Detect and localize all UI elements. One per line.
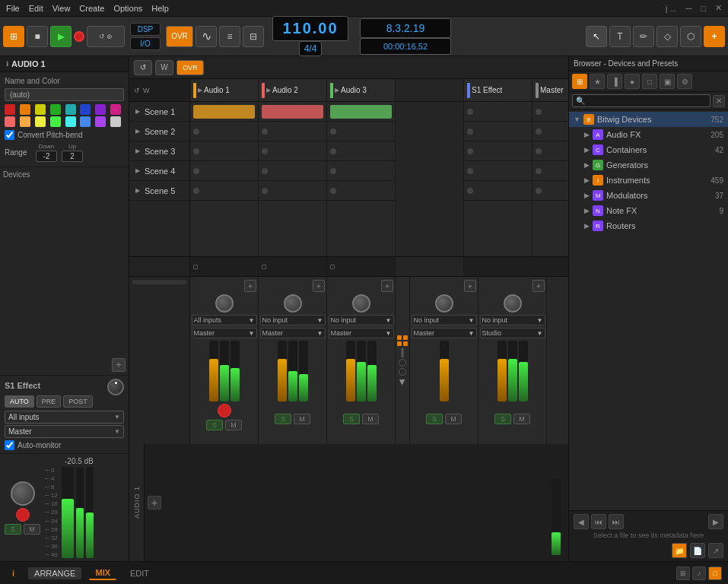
solo-btn-s1[interactable]: S: [426, 414, 443, 424]
solo-btn-audio1[interactable]: S: [206, 420, 223, 430]
play-btn[interactable]: ▶: [50, 26, 72, 47]
color-purple[interactable]: [95, 104, 106, 115]
menu-view[interactable]: View: [52, 4, 71, 13]
scene-5-row[interactable]: ▶ Scene 5: [129, 181, 189, 201]
fader-track-audio1[interactable]: [209, 341, 218, 402]
clip-s1-s1[interactable]: [464, 102, 532, 122]
color-orange[interactable]: [20, 104, 30, 115]
clip-audio2-s2[interactable]: [259, 122, 326, 141]
clip-s1-s4[interactable]: [464, 161, 532, 181]
output-select-audio3[interactable]: Master ▼: [329, 328, 394, 338]
mixer-grid-btn[interactable]: [397, 335, 408, 346]
status-icon2[interactable]: ♪: [692, 567, 706, 580]
menu-create[interactable]: Create: [79, 4, 104, 13]
browser-play-btn[interactable]: ▶: [708, 514, 723, 529]
scene-2-play[interactable]: ▶: [134, 128, 141, 135]
clip-audio3-s5[interactable]: [327, 181, 395, 201]
clip-audio3-s2[interactable]: [327, 122, 395, 141]
color-pink[interactable]: [110, 104, 121, 115]
fader-track-audio2[interactable]: [278, 341, 287, 402]
mute-btn-audio1[interactable]: M: [225, 420, 242, 430]
input-select-master[interactable]: No input ▼: [480, 315, 545, 325]
pan-knob-audio2[interactable]: [284, 294, 302, 313]
browser-rewind-btn[interactable]: ⏮: [591, 514, 606, 529]
s1-post-btn[interactable]: POST: [63, 395, 93, 408]
master-dropdown[interactable]: Master ▼: [5, 425, 124, 438]
scene-4-play[interactable]: ▶: [134, 167, 141, 175]
s1-pre-btn[interactable]: PRE: [37, 395, 62, 408]
solo-btn-audio2[interactable]: S: [275, 414, 291, 424]
window-minimize[interactable]: ─: [686, 4, 692, 13]
range-up-val[interactable]: 2: [62, 151, 83, 162]
add-fx-audio3[interactable]: +: [381, 280, 393, 292]
left-rec-btn[interactable]: [16, 508, 30, 522]
range-down-val[interactable]: -2: [36, 151, 57, 162]
s1-knob[interactable]: [107, 379, 124, 395]
menu-edit[interactable]: Edit: [29, 4, 43, 13]
add-fx-s1[interactable]: +: [464, 280, 476, 292]
add-fx-master[interactable]: +: [532, 280, 545, 292]
browser-circle-btn[interactable]: ●: [625, 74, 640, 89]
stop-btn[interactable]: ■: [27, 26, 48, 47]
mute-btn-master[interactable]: M: [513, 414, 530, 424]
status-i-btn[interactable]: i: [6, 567, 21, 579]
mixer-w-btn[interactable]: W: [155, 60, 173, 75]
color-cyan[interactable]: [65, 104, 76, 115]
clip-audio3-s4[interactable]: [327, 161, 395, 181]
tree-item-generators[interactable]: ▶ G Generators: [569, 157, 728, 173]
tree-item-routers[interactable]: ▶ R Routers: [569, 218, 728, 233]
browser-bar-btn[interactable]: ▐: [607, 74, 622, 89]
loop-btn[interactable]: ↺ ⊕: [87, 26, 125, 47]
mixer-io-btn1[interactable]: [399, 359, 406, 367]
solo-btn-master[interactable]: S: [494, 414, 511, 424]
mute-btn-s1[interactable]: M: [445, 414, 462, 424]
clip-audio1-s2[interactable]: [190, 122, 258, 141]
mixer-io-btn2[interactable]: [399, 368, 406, 376]
grid-btn[interactable]: ⊞: [3, 26, 24, 47]
tree-item-instruments[interactable]: ▶ I Instruments 459: [569, 173, 728, 188]
color-light-red[interactable]: [5, 116, 15, 127]
clip-audio1-s3[interactable]: [190, 141, 258, 161]
pan-knob-audio3[interactable]: [352, 294, 370, 313]
color-light-purple[interactable]: [95, 116, 106, 127]
mixer-collapse-btn[interactable]: ║: [399, 348, 405, 357]
browser-share-btn[interactable]: ↗: [708, 543, 723, 558]
add-device-btn[interactable]: +: [112, 358, 126, 372]
mixer-scene-slider[interactable]: [132, 280, 186, 284]
time-sig[interactable]: 4/4: [299, 41, 323, 56]
clip-master-s4[interactable]: [532, 161, 568, 181]
rec-btn-audio1[interactable]: [218, 404, 231, 417]
window-close[interactable]: ✕: [715, 3, 722, 13]
wave-tool2[interactable]: ≡: [219, 26, 240, 47]
menu-file[interactable]: File: [6, 4, 20, 13]
add-fx-audio1[interactable]: +: [244, 280, 256, 292]
tree-item-audiofx[interactable]: ▶ A Audio FX 205: [569, 127, 728, 142]
fader-track-master[interactable]: [498, 341, 507, 402]
browser-back-btn[interactable]: ◀: [574, 514, 589, 529]
fader-track-audio3[interactable]: [346, 341, 355, 402]
left-mute-btn[interactable]: M: [24, 524, 40, 535]
browser-file-btn[interactable]: 📄: [690, 543, 705, 558]
menu-options[interactable]: Options: [113, 4, 142, 13]
text-tool[interactable]: T: [609, 26, 631, 47]
clip-s1-s5[interactable]: [464, 181, 532, 201]
tree-item-notefx[interactable]: ▶ N Note FX 9: [569, 203, 728, 218]
clip-audio2-s1[interactable]: [259, 102, 326, 122]
wave-tool3[interactable]: ⊟: [243, 26, 264, 47]
clip-audio3-s1[interactable]: [327, 102, 395, 122]
track-collapse-audio3[interactable]: [330, 265, 335, 269]
clip-audio2-s5[interactable]: [259, 181, 326, 201]
left-volume-knob[interactable]: [11, 481, 35, 506]
scene-2-row[interactable]: ▶ Scene 2: [129, 122, 189, 141]
clip-audio1-s4[interactable]: [190, 161, 258, 181]
input-select-audio3[interactable]: No input ▼: [329, 315, 394, 325]
search-close-btn[interactable]: ✕: [713, 95, 725, 107]
scene-5-play[interactable]: ▶: [134, 187, 141, 195]
scene-1-row[interactable]: ▶ Scene 1: [129, 102, 189, 122]
left-solo-btn[interactable]: S: [5, 524, 21, 535]
clip-master-s1[interactable]: [532, 102, 568, 122]
select-tool[interactable]: ⬡: [680, 26, 701, 47]
pencil-tool[interactable]: ✏: [633, 26, 654, 47]
tree-item-modulators[interactable]: ▶ M Modulators 37: [569, 188, 728, 203]
mixer-ovr-indicator[interactable]: OVR: [176, 60, 204, 75]
